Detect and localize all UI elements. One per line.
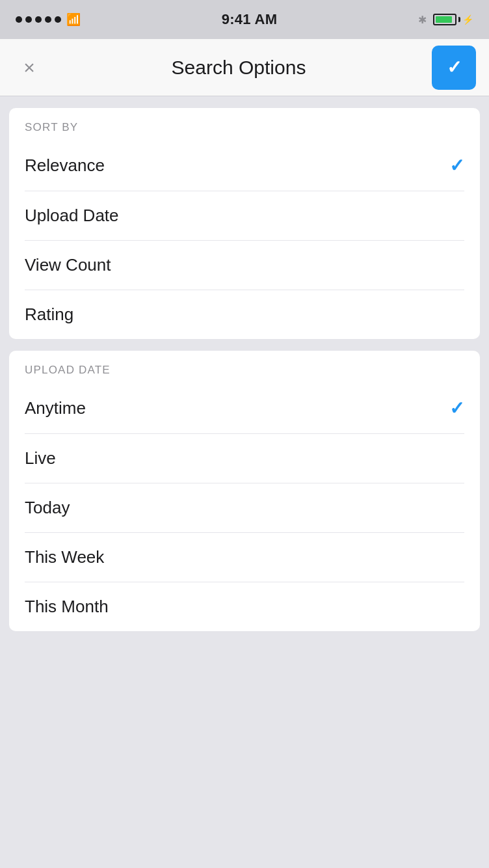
sort-rating-label: Rating — [25, 305, 73, 325]
battery-tip — [458, 17, 460, 22]
sort-by-title: SORT BY — [25, 121, 78, 133]
date-live-row[interactable]: Live — [25, 434, 464, 483]
date-this-month-row[interactable]: This Month — [25, 582, 464, 631]
signal-dot-1 — [16, 16, 22, 23]
close-icon: × — [23, 58, 35, 77]
date-live-label: Live — [25, 448, 56, 468]
sort-upload-date-label: Upload Date — [25, 206, 119, 226]
status-bar: 📶 9:41 AM ✱ ⚡ — [0, 0, 489, 39]
upload-date-items: Anytime ✓ Live Today This Week This Mont… — [9, 383, 480, 631]
date-today-label: Today — [25, 498, 70, 518]
sort-by-section: SORT BY Relevance ✓ Upload Date View Cou… — [9, 108, 480, 339]
date-anytime-row[interactable]: Anytime ✓ — [25, 383, 464, 434]
sort-relevance-check-icon: ✓ — [449, 155, 464, 176]
signal-dot-5 — [55, 16, 61, 23]
sort-by-items: Relevance ✓ Upload Date View Count Ratin… — [9, 141, 480, 339]
close-button[interactable]: × — [13, 51, 46, 84]
battery-fill — [436, 16, 452, 23]
date-this-week-label: This Week — [25, 547, 104, 567]
signal-dot-4 — [45, 16, 51, 23]
confirm-button[interactable]: ✓ — [432, 46, 476, 90]
bluetooth-icon: ✱ — [418, 14, 427, 26]
sort-by-header: SORT BY — [9, 108, 480, 141]
status-time: 9:41 AM — [222, 11, 278, 28]
date-this-month-label: This Month — [25, 597, 109, 617]
wifi-icon: 📶 — [66, 12, 81, 27]
confirm-checkmark-icon: ✓ — [447, 57, 462, 78]
date-anytime-check-icon: ✓ — [449, 398, 464, 419]
signal-dot-2 — [25, 16, 32, 23]
sort-relevance-label: Relevance — [25, 156, 105, 176]
page-title: Search Options — [172, 57, 306, 79]
status-right: ✱ ⚡ — [418, 14, 473, 26]
battery-body — [433, 14, 456, 25]
battery-container: ⚡ — [433, 14, 473, 25]
nav-bar: × Search Options ✓ — [0, 39, 489, 96]
signal-dots — [16, 16, 61, 23]
date-this-week-row[interactable]: This Week — [25, 533, 464, 582]
date-today-row[interactable]: Today — [25, 483, 464, 533]
sort-view-count-row[interactable]: View Count — [25, 241, 464, 290]
sort-view-count-label: View Count — [25, 255, 111, 275]
upload-date-header: UPLOAD DATE — [9, 351, 480, 383]
charging-icon: ⚡ — [462, 14, 473, 25]
sort-relevance-row[interactable]: Relevance ✓ — [25, 141, 464, 191]
sort-upload-date-row[interactable]: Upload Date — [25, 191, 464, 241]
date-anytime-label: Anytime — [25, 398, 86, 418]
status-left: 📶 — [16, 12, 81, 27]
signal-dot-3 — [35, 16, 42, 23]
upload-date-title: UPLOAD DATE — [25, 364, 111, 376]
sort-rating-row[interactable]: Rating — [25, 290, 464, 339]
upload-date-section: UPLOAD DATE Anytime ✓ Live Today This We… — [9, 351, 480, 631]
content-area: SORT BY Relevance ✓ Upload Date View Cou… — [0, 96, 489, 643]
